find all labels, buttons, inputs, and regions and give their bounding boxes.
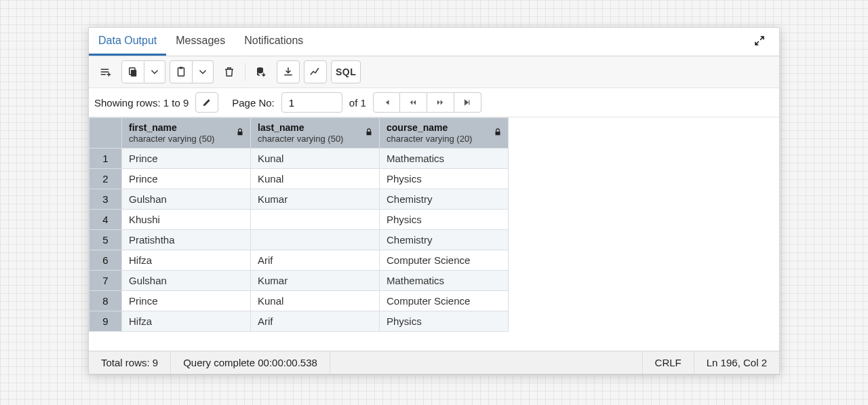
edit-rows-button[interactable] — [195, 92, 218, 113]
table-row[interactable]: 7GulshanKumarMathematics — [90, 271, 509, 291]
cell-course-name[interactable]: Mathematics — [380, 271, 509, 291]
first-page-button[interactable] — [373, 92, 400, 113]
table-row[interactable]: 8PrinceKunalComputer Science — [90, 291, 509, 311]
column-header-course-name[interactable]: course_name character varying (20) — [380, 118, 509, 149]
row-number-cell[interactable]: 8 — [90, 291, 122, 311]
table-row[interactable]: 4KhushiPhysics — [90, 210, 509, 230]
cell-first-name[interactable]: Khushi — [122, 210, 251, 230]
status-query-complete: Query complete 00:00:00.538 — [171, 351, 330, 374]
column-name: first_name — [129, 122, 243, 133]
cell-last-name[interactable]: Kumar — [251, 271, 380, 291]
row-number-cell[interactable]: 5 — [90, 230, 122, 250]
row-number-cell[interactable]: 3 — [90, 189, 122, 210]
column-type: character varying (20) — [387, 134, 472, 144]
chart-line-icon — [309, 66, 321, 78]
showing-rows-label: Showing rows: 1 to 9 — [94, 97, 189, 109]
row-number-header[interactable] — [90, 118, 122, 149]
paste-button[interactable] — [170, 60, 193, 83]
pencil-icon — [201, 97, 212, 108]
lock-icon — [235, 128, 245, 139]
expand-panel-button[interactable] — [747, 31, 772, 53]
copy-dropdown-button[interactable] — [144, 60, 165, 83]
cell-first-name[interactable]: Hifza — [122, 311, 251, 332]
row-number-cell[interactable]: 4 — [90, 210, 122, 230]
lock-icon — [364, 128, 374, 139]
trash-icon — [223, 66, 235, 78]
cell-first-name[interactable]: Prince — [122, 149, 251, 169]
save-data-button[interactable] — [250, 60, 273, 83]
last-page-button[interactable] — [454, 92, 481, 113]
column-header-first-name[interactable]: first_name character varying (50) — [122, 118, 251, 149]
output-panel: Data Output Messages Notifications — [88, 27, 780, 374]
svg-rect-2 — [178, 68, 184, 76]
cell-first-name[interactable]: Prince — [122, 169, 251, 189]
svg-rect-0 — [131, 70, 136, 77]
table-row[interactable]: 3GulshanKumarChemistry — [90, 189, 509, 210]
column-header-last-name[interactable]: last_name character varying (50) — [251, 118, 380, 149]
tab-notifications[interactable]: Notifications — [235, 28, 313, 56]
cell-first-name[interactable]: Pratishtha — [122, 230, 251, 250]
tab-data-output[interactable]: Data Output — [89, 28, 166, 56]
download-button[interactable] — [277, 60, 300, 83]
table-row[interactable]: 9HifzaArifPhysics — [90, 311, 509, 332]
cell-last-name[interactable]: Kunal — [251, 169, 380, 189]
cell-course-name[interactable]: Physics — [380, 210, 509, 230]
cell-course-name[interactable]: Chemistry — [380, 230, 509, 250]
cell-course-name[interactable]: Mathematics — [380, 149, 509, 169]
cell-course-name[interactable]: Computer Science — [380, 291, 509, 311]
copy-button[interactable] — [121, 60, 144, 83]
cell-first-name[interactable]: Hifza — [122, 250, 251, 271]
status-ln-col: Ln 196, Col 2 — [694, 351, 779, 374]
next-page-button[interactable] — [427, 92, 454, 113]
cell-last-name[interactable]: Kumar — [251, 189, 380, 210]
last-page-icon — [462, 98, 472, 107]
add-row-button[interactable] — [94, 60, 117, 83]
copy-icon — [127, 66, 139, 78]
clipboard-icon — [175, 66, 187, 78]
cell-last-name[interactable]: Kunal — [251, 149, 380, 169]
chart-button[interactable] — [304, 60, 327, 83]
copy-group — [121, 60, 165, 83]
table-row[interactable]: 5PratishthaChemistry — [90, 230, 509, 250]
table-row[interactable]: 1PrinceKunalMathematics — [90, 149, 509, 169]
prev-page-icon — [408, 98, 418, 107]
column-name: course_name — [387, 122, 501, 133]
cell-last-name[interactable]: Kunal — [251, 291, 380, 311]
paste-dropdown-button[interactable] — [193, 60, 214, 83]
next-page-icon — [435, 98, 445, 107]
pager-bar: Showing rows: 1 to 9 Page No: of 1 — [89, 88, 779, 117]
sql-button[interactable]: SQL — [331, 60, 361, 83]
table-row[interactable]: 6HifzaArifComputer Science — [90, 250, 509, 271]
status-bar: Total rows: 9 Query complete 00:00:00.53… — [89, 351, 779, 374]
tab-messages[interactable]: Messages — [166, 28, 235, 56]
column-type: character varying (50) — [129, 134, 214, 144]
cell-last-name[interactable]: Arif — [251, 311, 380, 332]
status-crlf: CRLF — [642, 351, 694, 374]
first-page-icon — [382, 98, 391, 107]
database-save-icon — [255, 66, 267, 78]
cell-course-name[interactable]: Computer Science — [380, 250, 509, 271]
cell-first-name[interactable]: Gulshan — [122, 189, 251, 210]
page-number-input[interactable] — [281, 92, 342, 113]
cell-course-name[interactable]: Physics — [380, 169, 509, 189]
column-name: last_name — [258, 122, 372, 133]
row-number-cell[interactable]: 6 — [90, 250, 122, 271]
row-number-cell[interactable]: 1 — [90, 149, 122, 169]
cell-last-name[interactable]: Arif — [251, 250, 380, 271]
cell-course-name[interactable]: Chemistry — [380, 189, 509, 210]
table-row[interactable]: 2PrinceKunalPhysics — [90, 169, 509, 189]
row-number-cell[interactable]: 9 — [90, 311, 122, 332]
cell-first-name[interactable]: Prince — [122, 291, 251, 311]
cell-last-name[interactable] — [251, 230, 380, 250]
prev-page-button[interactable] — [400, 92, 427, 113]
chevron-down-icon — [197, 66, 209, 78]
row-number-cell[interactable]: 7 — [90, 271, 122, 291]
row-number-cell[interactable]: 2 — [90, 169, 122, 189]
cell-last-name[interactable] — [251, 210, 380, 230]
cell-first-name[interactable]: Gulshan — [122, 271, 251, 291]
add-row-icon — [100, 66, 112, 78]
delete-button[interactable] — [218, 60, 241, 83]
cell-course-name[interactable]: Physics — [380, 311, 509, 332]
data-grid-wrapper: first_name character varying (50) last_n… — [89, 117, 779, 332]
tabs-bar: Data Output Messages Notifications — [89, 28, 779, 56]
